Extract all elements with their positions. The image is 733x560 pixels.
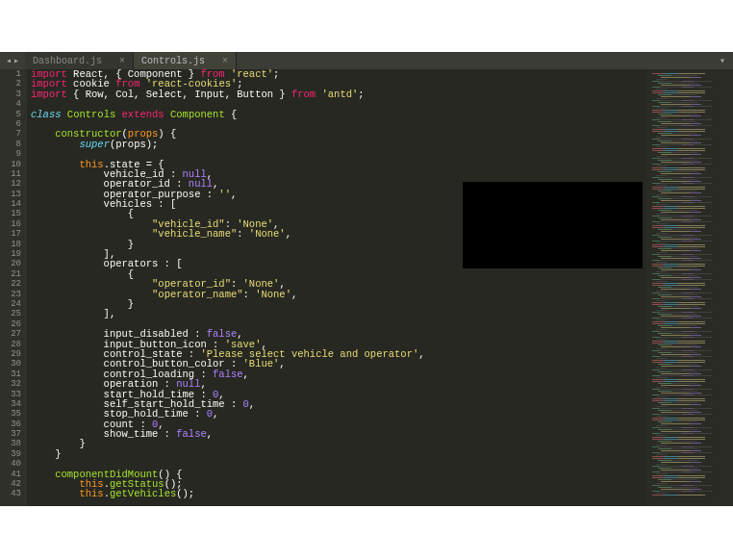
line-number: 9	[0, 149, 21, 159]
line-number: 42	[0, 479, 21, 489]
nav-back-icon[interactable]: ◂	[6, 55, 12, 66]
line-number: 1	[0, 69, 21, 79]
line-number: 41	[0, 470, 21, 479]
line-number: 12	[0, 179, 21, 189]
tab-bar: Dashboard.js × Controls.js ×	[25, 52, 237, 69]
topbar: ◂ ▸ Dashboard.js × Controls.js × ▾	[0, 52, 733, 69]
line-number: 8	[0, 140, 21, 149]
line-number: 37	[0, 429, 21, 439]
line-number: 17	[0, 229, 21, 239]
line-number: 11	[0, 169, 21, 179]
menu-dropdown-icon[interactable]: ▾	[720, 55, 733, 66]
line-number: 3	[0, 89, 21, 99]
line-number: 15	[0, 209, 21, 218]
line-number: 32	[0, 379, 21, 389]
line-number: 33	[0, 390, 21, 399]
code-line: }	[31, 439, 646, 448]
line-number: 29	[0, 349, 21, 359]
nav-arrows: ◂ ▸	[0, 55, 25, 66]
line-number: 40	[0, 459, 21, 469]
tab-label: Controls.js	[141, 56, 205, 66]
code-line: show_time : false,	[31, 429, 646, 439]
line-number: 16	[0, 219, 21, 229]
line-number: 26	[0, 319, 21, 329]
line-number: 23	[0, 290, 21, 299]
code-line: class Controls extends Component {	[31, 110, 646, 119]
line-number: 2	[0, 79, 21, 89]
code-content[interactable]: import React, { Component } from 'react'…	[27, 69, 646, 506]
editor-window: ◂ ▸ Dashboard.js × Controls.js × ▾ 12345…	[0, 52, 733, 506]
line-number: 21	[0, 269, 21, 279]
minimap-lines	[652, 73, 727, 496]
line-number: 20	[0, 259, 21, 268]
line-number: 31	[0, 369, 21, 379]
line-number: 39	[0, 449, 21, 459]
nav-forward-icon[interactable]: ▸	[13, 55, 19, 66]
code-line: super(props);	[31, 140, 646, 149]
line-number: 34	[0, 399, 21, 409]
line-gutter: 1234567891011121314151617181920212223242…	[0, 69, 27, 506]
tab-label: Dashboard.js	[33, 56, 102, 66]
code-line: ],	[31, 309, 646, 318]
tab-dashboard[interactable]: Dashboard.js ×	[25, 52, 134, 69]
line-number: 14	[0, 199, 21, 209]
line-number: 18	[0, 240, 21, 249]
close-icon[interactable]: ×	[222, 56, 228, 66]
code-line: import { Row, Col, Select, Input, Button…	[31, 89, 646, 99]
line-number: 36	[0, 420, 21, 429]
line-number: 25	[0, 309, 21, 318]
line-number: 7	[0, 129, 21, 139]
line-number: 22	[0, 279, 21, 289]
minimap[interactable]	[646, 69, 733, 506]
line-number: 43	[0, 489, 21, 498]
line-number: 10	[0, 160, 21, 169]
line-number: 30	[0, 359, 21, 369]
line-number: 6	[0, 119, 21, 129]
tab-controls[interactable]: Controls.js ×	[134, 52, 237, 69]
close-icon[interactable]: ×	[119, 56, 125, 66]
line-number: 28	[0, 340, 21, 349]
black-overlay	[463, 182, 643, 268]
editor-area: 1234567891011121314151617181920212223242…	[0, 69, 733, 506]
line-number: 13	[0, 190, 21, 199]
line-number: 4	[0, 99, 21, 109]
line-number: 27	[0, 329, 21, 339]
line-number: 38	[0, 439, 21, 448]
line-number: 24	[0, 299, 21, 309]
line-number: 5	[0, 110, 21, 119]
code-line: }	[31, 299, 646, 309]
line-number: 19	[0, 249, 21, 259]
line-number: 35	[0, 409, 21, 419]
code-line: }	[31, 449, 646, 459]
code-line: this.getVehicles();	[31, 489, 646, 498]
